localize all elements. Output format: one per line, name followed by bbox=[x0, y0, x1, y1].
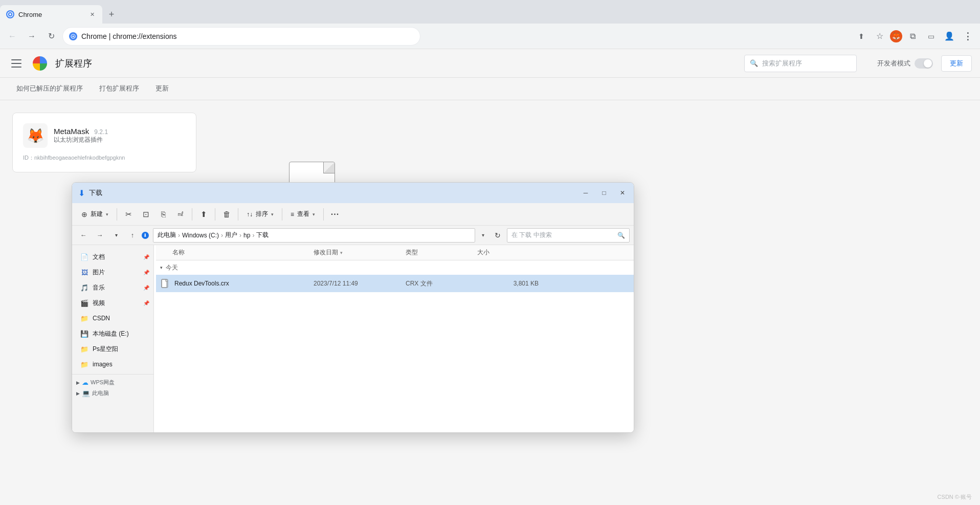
fe-paste-btn[interactable]: ⎘ bbox=[155, 206, 171, 223]
fe-history-btn[interactable]: ▾ bbox=[109, 228, 123, 243]
toolbar-sep-6 bbox=[323, 208, 324, 221]
omnibox[interactable]: Chrome | chrome://extensions bbox=[62, 27, 420, 46]
fe-breadcrumb[interactable]: 此电脑 › Windows (C:) › 用户 › hp › 下载 bbox=[153, 228, 475, 243]
sidebar-item-disk-e[interactable]: 💾 本地磁盘 (E:) bbox=[72, 326, 153, 341]
update-btn[interactable]: 更新 bbox=[941, 55, 972, 72]
wps-icon: ☁ bbox=[82, 379, 88, 386]
ext-nav-pack[interactable]: 打包扩展程序 bbox=[91, 78, 147, 100]
metamask-icon[interactable]: 🦊 bbox=[890, 30, 902, 42]
sort-down-icon: ▾ bbox=[340, 250, 343, 255]
sidebar-item-images[interactable]: 📁 images bbox=[72, 357, 153, 372]
thispc-expand-arrow: ▶ bbox=[76, 391, 80, 396]
fe-more-btn[interactable]: ··· bbox=[327, 206, 343, 223]
wps-label: WPS网盘 bbox=[91, 379, 115, 386]
fe-view-btn[interactable]: ≡ 查看 ▾ bbox=[285, 206, 320, 223]
sidebar-csdn-label: CSDN bbox=[93, 315, 110, 322]
back-btn[interactable]: ← bbox=[4, 28, 20, 45]
dev-mode-switch[interactable] bbox=[915, 58, 933, 69]
new-dropdown-arrow: ▾ bbox=[106, 212, 108, 217]
fe-addr-dropdown[interactable]: ▾ bbox=[477, 228, 488, 243]
fe-refresh-btn[interactable]: ↻ bbox=[491, 228, 505, 243]
sidebar-group-thispc[interactable]: ▶ 💻 此电脑 bbox=[72, 387, 153, 398]
metamask-card-name: MetaMask 9.2.1 bbox=[54, 127, 186, 136]
bc-users: 用户 bbox=[225, 231, 237, 239]
bookmark-btn[interactable]: ☆ bbox=[872, 28, 888, 45]
active-tab[interactable]: Chrome ✕ bbox=[0, 5, 102, 24]
fe-maximize-btn[interactable]: □ bbox=[597, 186, 611, 200]
file-name: Redux DevTools.crx bbox=[170, 280, 314, 287]
view-dropdown-arrow: ▾ bbox=[313, 212, 315, 217]
disk-e-icon: 💾 bbox=[80, 330, 88, 338]
forward-btn[interactable]: → bbox=[24, 28, 40, 45]
sidebar-music-label: 音乐 bbox=[93, 283, 105, 292]
fe-sort-btn[interactable]: ↑↓ 排序 ▾ bbox=[241, 206, 279, 223]
profile-btn[interactable]: 👤 bbox=[941, 28, 957, 45]
fe-search-box[interactable]: 在 下载 中搜索 🔍 bbox=[507, 228, 630, 243]
ext-page-title: 扩展程序 bbox=[55, 57, 92, 70]
video-icon: 🎬 bbox=[80, 299, 88, 307]
fe-copy-btn[interactable]: ⊡ bbox=[138, 206, 154, 223]
file-row-redux[interactable]: Redux DevTools.crx 2023/7/12 11:49 CRX 文… bbox=[156, 275, 634, 292]
toolbar-sep-3 bbox=[215, 208, 215, 221]
col-type-header[interactable]: 类型 bbox=[406, 248, 477, 257]
extensions-btn[interactable]: ⧉ bbox=[904, 28, 921, 45]
fe-minimize-btn[interactable]: ─ bbox=[578, 186, 593, 200]
col-modified-header[interactable]: 修改日期 ▾ bbox=[314, 248, 406, 257]
svg-point-1 bbox=[9, 13, 11, 15]
ext-nav-load-unpacked[interactable]: 如何已解压的扩展程序 bbox=[8, 78, 91, 100]
thispc-icon: 💻 bbox=[82, 389, 90, 397]
pictures-icon: 🖼 bbox=[80, 268, 88, 276]
tab-bar: Chrome ✕ + bbox=[0, 0, 980, 24]
sidebar-group-wps[interactable]: ▶ ☁ WPS网盘 bbox=[72, 377, 153, 387]
more-btn[interactable]: ⋮ bbox=[960, 28, 976, 45]
sidebar-item-documents[interactable]: 📄 文档 📌 bbox=[72, 249, 153, 265]
file-corner bbox=[323, 162, 335, 173]
bc-hp: hp bbox=[243, 232, 250, 239]
ext-search-bar[interactable]: 🔍 搜索扩展程序 bbox=[744, 55, 857, 72]
sidebar-item-music[interactable]: 🎵 音乐 📌 bbox=[72, 280, 153, 295]
sidebar-disk-e-label: 本地磁盘 (E:) bbox=[93, 330, 129, 338]
sidebar-divider bbox=[72, 374, 153, 375]
sidebar-video-label: 视频 bbox=[93, 299, 105, 308]
fe-back-btn[interactable]: ← bbox=[76, 228, 91, 243]
fe-cut-btn[interactable]: ✂ bbox=[120, 206, 137, 223]
reload-btn[interactable]: ↻ bbox=[43, 28, 59, 45]
share-btn[interactable]: ⬆ bbox=[853, 28, 870, 45]
metamask-card-header: 🦊 MetaMask 9.2.1 以太坊浏览器插件 bbox=[23, 123, 186, 148]
today-group-label: 今天 bbox=[166, 264, 178, 272]
bc-pc: 此电脑 bbox=[158, 231, 176, 239]
fe-up-btn[interactable]: ↑ bbox=[125, 228, 140, 243]
new-icon: ⊕ bbox=[81, 210, 87, 218]
sidebar-item-csdn[interactable]: 📁 CSDN bbox=[72, 311, 153, 326]
downloads-icon: ⬇ bbox=[142, 232, 149, 239]
ext-hamburger-btn[interactable] bbox=[8, 55, 25, 72]
fe-rename-btn[interactable]: ㎖ bbox=[172, 206, 189, 223]
sidebar-item-ps[interactable]: 📁 Ps星空阳 bbox=[72, 341, 153, 357]
tab-close-btn[interactable]: ✕ bbox=[88, 10, 96, 18]
fe-new-btn[interactable]: ⊕ 新建 ▾ bbox=[76, 206, 114, 223]
wps-expand-arrow: ▶ bbox=[76, 380, 80, 385]
ext-nav-update[interactable]: 更新 bbox=[147, 78, 177, 100]
fe-close-btn[interactable]: ✕ bbox=[615, 186, 630, 200]
toolbar-sep-4 bbox=[238, 208, 238, 221]
sidebar-item-video[interactable]: 🎬 视频 📌 bbox=[72, 295, 153, 311]
svg-point-3 bbox=[73, 35, 74, 37]
new-tab-btn[interactable]: + bbox=[104, 7, 119, 21]
csdn-watermark: CSDN ©·账号 bbox=[938, 493, 972, 501]
chrome-frame: Chrome ✕ + ← → ↻ Chrome | chrome://exten… bbox=[0, 0, 980, 505]
file-modified: 2023/7/12 11:49 bbox=[314, 280, 406, 287]
fe-forward-btn[interactable]: → bbox=[93, 228, 107, 243]
omnibox-favicon bbox=[69, 32, 77, 40]
metamask-card: 🦊 MetaMask 9.2.1 以太坊浏览器插件 ID：nkbihfbeoga… bbox=[12, 113, 196, 172]
fe-titlebar: ⬇ 下载 ─ □ ✕ bbox=[72, 183, 634, 203]
fe-share-btn[interactable]: ⬆ bbox=[195, 206, 212, 223]
dev-mode-toggle[interactable]: 开发者模式 bbox=[877, 58, 933, 69]
window-btn[interactable]: ▭ bbox=[923, 28, 939, 45]
col-size-header[interactable]: 大小 bbox=[477, 248, 539, 257]
fe-delete-btn[interactable]: 🗑 bbox=[218, 206, 235, 223]
images-icon: 📁 bbox=[80, 360, 88, 368]
tab-title: Chrome bbox=[18, 11, 42, 18]
col-name-header[interactable]: 名称 bbox=[160, 248, 314, 257]
sidebar-item-pictures[interactable]: 🖼 图片 📌 bbox=[72, 265, 153, 280]
today-group-arrow: ▾ bbox=[160, 265, 163, 270]
